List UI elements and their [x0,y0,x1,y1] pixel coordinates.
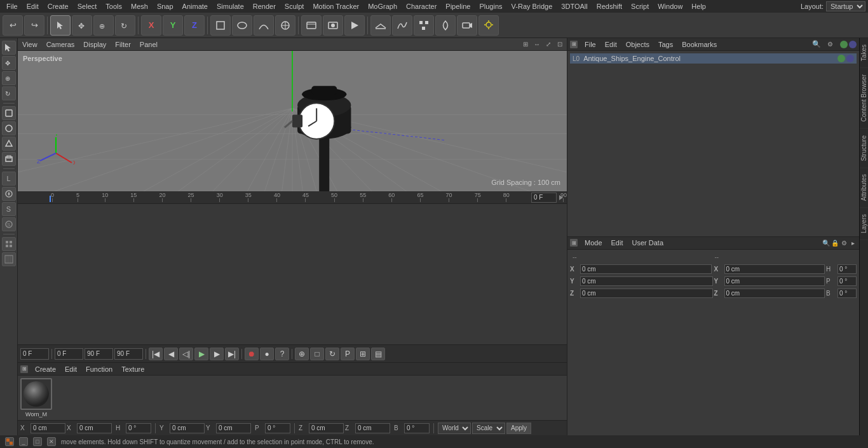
obj-tags[interactable]: Tags [656,41,675,48]
effector-button[interactable] [275,15,295,36]
mode-rotate-button[interactable]: ↻ [115,15,135,36]
attr-userdata[interactable]: User Data [630,239,666,247]
obj-objects[interactable]: Objects [624,41,651,48]
axis-x-button[interactable]: X [141,15,161,36]
apply-button[interactable]: Apply [506,423,531,434]
rot-key-button[interactable]: ↻ [325,348,339,360]
coord-b-input[interactable] [404,423,430,433]
render-view-button[interactable] [323,15,343,36]
mode-scale-button[interactable]: ⊕ [93,15,114,36]
menu-file[interactable]: File [3,2,22,11]
status-icon-1[interactable] [5,437,14,446]
vp-view-menu[interactable]: View [20,41,39,48]
menu-redshift[interactable]: Redshift [593,2,626,11]
vp-icon-4[interactable]: ⊡ [555,40,564,49]
attr-x2-input[interactable] [724,264,825,274]
attr-lock-icon[interactable]: 🔒 [831,239,839,247]
menu-script[interactable]: Script [627,2,653,11]
attr-edit[interactable]: Edit [609,239,625,247]
frame-input-2[interactable] [55,348,83,360]
jump-end-button[interactable]: ▶| [225,348,239,360]
geo-spline-button[interactable] [392,15,412,36]
attr-b-input[interactable] [837,288,857,298]
viewport-canvas[interactable]: X Y Z Perspective Grid Spacing : 100 cm [18,51,567,191]
menu-3dto[interactable]: 3DTOAll [557,2,591,11]
obj-settings-icon[interactable]: ⚙ [826,41,834,48]
geo-mograph-button[interactable] [414,15,434,36]
help-button[interactable]: ? [275,348,289,360]
start-frame-input[interactable] [20,348,49,360]
material-item[interactable]: Worn_M [20,378,52,417]
left-tool-1[interactable] [2,41,16,55]
left-tool-2[interactable]: ✥ [2,56,16,70]
mat-edit[interactable]: Edit [63,365,79,373]
attr-y-input[interactable] [580,276,713,286]
obj-file[interactable]: File [583,41,598,48]
attr-p-input[interactable] [837,276,857,286]
vp-display-menu[interactable]: Display [81,41,108,48]
vp-filter-menu[interactable]: Filter [113,41,132,48]
undo-button[interactable]: ↩ [3,15,23,36]
render-region-button[interactable] [301,15,322,36]
geo-floor-button[interactable] [370,15,391,36]
attr-gear-icon[interactable]: ⚙ [840,239,848,247]
left-tool-12[interactable]: S [2,217,16,231]
menu-select[interactable]: Select [74,2,101,11]
left-tool-11[interactable]: S [2,202,16,216]
left-tool-7[interactable] [2,137,16,151]
coord-h-input[interactable] [126,423,151,433]
left-tool-4[interactable]: ↻ [2,86,16,100]
menu-plugins[interactable]: Plugins [475,2,506,11]
mode-select-button[interactable] [50,15,71,36]
left-tool-6[interactable] [2,121,16,135]
coord-y-input[interactable] [170,423,205,433]
deform-button[interactable] [254,15,274,36]
obj-edit[interactable]: Edit [603,41,619,48]
tab-structure[interactable]: Structure [860,129,868,168]
status-btn-restore[interactable]: □ [33,437,42,446]
mat-create[interactable]: Create [33,365,58,373]
redo-button[interactable]: ↪ [24,15,44,36]
coord-x2-input[interactable] [77,423,112,433]
geo-soft-button[interactable] [435,15,456,36]
geo-light-button[interactable] [478,15,499,36]
layout-select[interactable]: Startup [826,1,865,11]
mat-function[interactable]: Function [84,365,114,373]
mode-move-button[interactable]: ✥ [72,15,92,36]
menu-window[interactable]: Window [654,2,686,11]
auto-key-button[interactable]: ● [260,348,274,360]
object-search-icon[interactable]: 🔍 [812,40,821,48]
menu-sculpt[interactable]: Sculpt [281,2,308,11]
max-frame-input[interactable] [114,348,143,360]
scale-dropdown[interactable]: Scale [472,423,505,434]
coord-x-input[interactable] [31,423,65,433]
menu-mograph[interactable]: MoGraph [364,2,401,11]
attr-h-input[interactable] [837,264,857,274]
record-button[interactable]: ⏺ [245,348,259,360]
menu-mesh[interactable]: Mesh [127,2,152,11]
attr-arrow-icon[interactable]: ▸ [849,239,857,247]
timeline-tracks[interactable] [18,204,567,344]
current-frame-input[interactable] [531,193,557,203]
tab-content-browser[interactable]: Content Browser [860,68,868,128]
vp-icon-1[interactable]: ⊞ [521,40,530,49]
axis-y-button[interactable]: Y [163,15,183,36]
coord-z-input[interactable] [309,423,344,433]
left-tool-5[interactable] [2,106,16,120]
mode-key-button[interactable]: ▤ [371,348,385,360]
vp-panel-menu[interactable]: Panel [138,41,159,48]
render-button[interactable] [344,15,365,36]
coord-p-input[interactable] [265,423,290,433]
status-btn-close[interactable]: ✕ [47,437,56,446]
attr-x-input[interactable] [580,264,712,274]
attr-z2-input[interactable] [724,288,825,298]
obj-vis-green[interactable] [840,41,848,48]
status-btn-minimize[interactable]: _ [19,437,28,446]
menu-vray[interactable]: V-Ray Bridge [508,2,557,11]
left-tool-14[interactable] [2,252,16,266]
world-dropdown[interactable]: World [438,423,471,434]
vp-cameras-menu[interactable]: Cameras [44,41,77,48]
scale-key-button[interactable]: □ [310,348,324,360]
attr-y2-input[interactable] [724,276,825,286]
nurbs-button[interactable] [232,15,252,36]
